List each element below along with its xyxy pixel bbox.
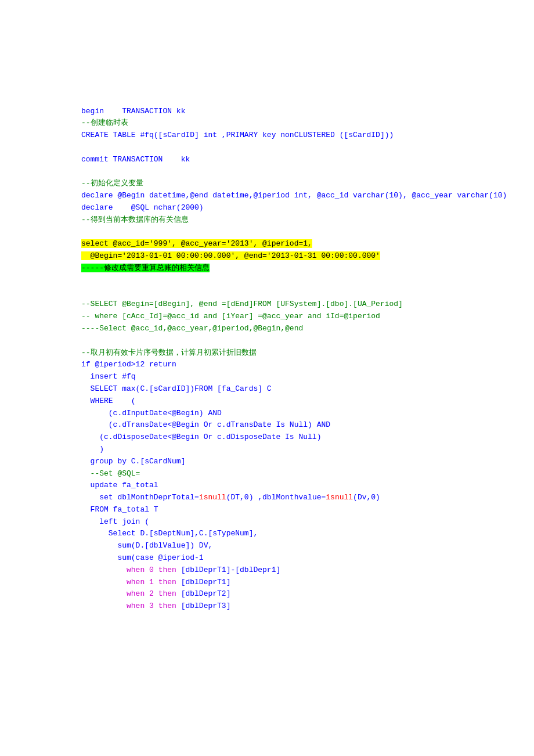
code-segment: -- where [cAcc_Id]=@acc_id and [iYear] =… (81, 312, 380, 321)
code-line: Select D.[sDeptNum],C.[sTypeNum], (81, 528, 511, 540)
code-segment: --SELECT @Begin=[dBegin], @end =[dEnd]FR… (81, 300, 403, 308)
code-segment: sum(case @iperiod-1 (81, 553, 204, 562)
code-line: when 0 then [dblDeprT1]-[dblDepr1] (81, 564, 511, 577)
code-segment: (c.dTransDate<@Begin Or c.dTransDate Is … (81, 420, 330, 429)
code-segment: (c.dInputDate<@Begin) AND (81, 409, 222, 417)
code-segment: Select D.[sDeptNum],C.[sTypeNum], (81, 529, 258, 538)
code-line: --SELECT @Begin=[dBegin], @end =[dEnd]FR… (81, 298, 511, 311)
code-line (81, 287, 511, 299)
code-segment: declare @Begin datetime,@end datetime,@i… (81, 191, 507, 200)
code-line: sum(D.[dblValue]) DV, (81, 540, 511, 552)
code-segment: [dblDeprT2] (176, 589, 231, 598)
code-line: --得到当前本数据库的有关信息 (81, 214, 511, 226)
code-line: (c.dDisposeDate<@Begin Or c.dDisposeDate… (81, 431, 511, 444)
code-line: when 1 then [dblDeprT1] (81, 577, 511, 589)
code-segment: then (158, 602, 176, 610)
code-segment: set dblMonthDeprTotal= (81, 493, 199, 502)
code-segment: --创建临时表 (81, 118, 128, 127)
code-segment: sum(D.[dblValue]) DV, (81, 541, 212, 550)
code-segment: when 2 (81, 589, 158, 598)
code-line: FROM fa_total T (81, 504, 511, 516)
code-line: declare @SQL nchar(2000) (81, 202, 511, 214)
code-segment: commit TRANSACTION kk (81, 155, 190, 164)
code-line: --创建临时表 (81, 117, 511, 129)
code-line: ----Select @acc_id,@acc_year,@iperiod,@B… (81, 323, 511, 335)
code-line (81, 335, 511, 347)
code-line: commit TRANSACTION kk (81, 154, 511, 166)
code-line: -- where [cAcc_Id]=@acc_id and [iYear] =… (81, 311, 511, 323)
code-line: set dblMonthDeprTotal=isnull(DT,0) ,dblM… (81, 492, 511, 504)
code-segment: [dblDeprT1] (176, 578, 231, 586)
code-segment: (DT,0) ,dblMonthvalue= (226, 493, 326, 502)
code-segment: when 0 (81, 566, 158, 574)
code-segment: if @iperiod>12 return (81, 360, 176, 369)
code-segment: --取月初有效卡片序号数据，计算月初累计折旧数据 (81, 348, 257, 357)
code-segment: SELECT max(C.[sCardID])FROM [fa_Cards] C (81, 384, 272, 393)
code-line: insert #fq (81, 371, 511, 383)
code-line: (c.dInputDate<@Begin) AND (81, 408, 511, 420)
code-line: -----修改成需要重算总账的相关信息 (81, 262, 511, 275)
code-line: CREATE TABLE #fq([sCardID] int ,PRIMARY … (81, 129, 511, 142)
code-segment: then (158, 578, 176, 586)
code-segment: WHERE ( (81, 397, 136, 405)
code-segment: [dblDeprT1]-[dblDepr1] (176, 566, 280, 574)
code-line: @Begin='2013-01-01 00:00:00.000', @end='… (81, 250, 511, 262)
code-line: --取月初有效卡片序号数据，计算月初累计折旧数据 (81, 347, 511, 359)
code-segment: [dblDeprT3] (176, 602, 231, 610)
code-editor: begin TRANSACTION kk--创建临时表CREATE TABLE … (81, 81, 511, 613)
code-segment: --Set @SQL= (81, 469, 140, 478)
code-line: sum(case @iperiod-1 (81, 552, 511, 564)
code-segment: then (158, 566, 176, 574)
code-segment: (c.dDisposeDate<@Begin Or c.dDisposeDate… (81, 433, 321, 441)
code-line: declare @Begin datetime,@end datetime,@i… (81, 190, 511, 202)
code-segment: (Dv,0) (353, 493, 380, 502)
code-segment: update fa_total (81, 481, 158, 489)
code-line: begin TRANSACTION kk (81, 106, 511, 118)
code-line: when 2 then [dblDeprT2] (81, 588, 511, 600)
code-line (81, 142, 511, 154)
code-segment: insert #fq (81, 372, 136, 381)
code-segment: FROM fa_total T (81, 505, 158, 514)
code-line (81, 166, 511, 178)
code-segment: select @acc_id='999', @acc_year='2013', … (81, 239, 312, 248)
code-segment: ) (81, 445, 104, 453)
code-line (81, 226, 511, 239)
code-segment: CREATE TABLE #fq([sCardID] int ,PRIMARY … (81, 131, 394, 139)
code-line: update fa_total (81, 480, 511, 492)
code-segment: --得到当前本数据库的有关信息 (81, 215, 189, 224)
code-line: ) (81, 444, 511, 456)
code-line: group by C.[sCardNum] (81, 456, 511, 468)
code-line: (c.dTransDate<@Begin Or c.dTransDate Is … (81, 419, 511, 431)
code-segment: isnull (326, 493, 353, 502)
code-line: --初始化定义变量 (81, 178, 511, 190)
code-segment: isnull (199, 493, 226, 502)
code-line: SELECT max(C.[sCardID])FROM [fa_Cards] C (81, 383, 511, 395)
code-segment: begin TRANSACTION kk (81, 107, 185, 116)
code-line: when 3 then [dblDeprT3] (81, 600, 511, 613)
code-segment: when 3 (81, 602, 158, 610)
code-segment: group by C.[sCardNum] (81, 457, 185, 466)
code-line (81, 275, 511, 287)
code-line: left join ( (81, 516, 511, 528)
code-segment: left join ( (81, 517, 149, 526)
code-segment: --初始化定义变量 (81, 179, 143, 188)
code-segment: @Begin='2013-01-01 00:00:00.000', @end='… (81, 251, 380, 260)
code-line: --Set @SQL= (81, 468, 511, 480)
code-segment: ----Select @acc_id,@acc_year,@iperiod,@B… (81, 324, 303, 333)
code-line: WHERE ( (81, 395, 511, 408)
code-segment: declare @SQL nchar(2000) (81, 203, 204, 212)
code-segment: -----修改成需要重算总账的相关信息 (81, 264, 210, 272)
code-line: if @iperiod>12 return (81, 359, 511, 371)
code-line: select @acc_id='999', @acc_year='2013', … (81, 238, 511, 250)
code-segment: then (158, 589, 176, 598)
code-segment: when 1 (81, 578, 158, 586)
